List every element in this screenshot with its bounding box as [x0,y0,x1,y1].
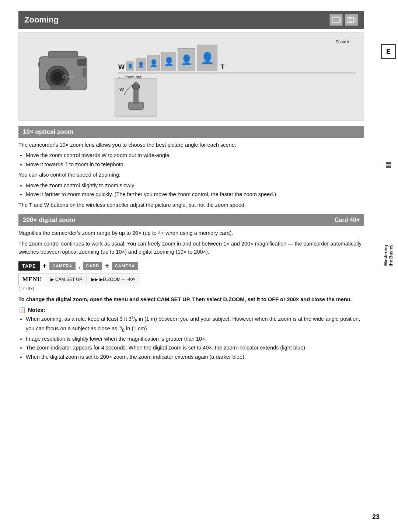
plus2: + [105,262,109,270]
section1-bullets2: Move the zoom control slightly to zoom s… [26,181,364,199]
list-item: The zoom indicator appears for 4 seconds… [26,344,364,352]
mastering-label: Mastering the Basics [383,244,394,267]
svg-text:Canon: Canon [63,75,74,79]
camcorder-icon [347,16,356,24]
menu-item-dzoom: ▶▶ ▶D.ZOOM······40× [87,275,140,284]
menu-item1-text: CAM.SET UP [55,277,82,282]
svg-rect-3 [336,18,338,21]
list-item: Move the zoom control towards W to zoom … [26,151,364,159]
menu-label: MENU [19,274,46,285]
section2-header: 200× digital zoom Card 40× [18,214,364,226]
svg-rect-13 [48,51,78,58]
section1-para1: The camcorder's 10× zoom lens allows you… [18,141,364,149]
svg-rect-12 [78,60,86,65]
t-label: T [220,63,224,71]
page-ref: ( □□ 37) [18,286,364,291]
w-label: W [118,63,125,71]
menu-arrow1: ▶ [50,277,54,282]
title-icons [329,14,358,26]
section1-para2: You can also control the speed of zoomin… [18,171,364,179]
section2-para1: Magnifies the camcorder's zoom range by … [18,229,364,237]
list-item: When zooming, as a rule, keep at least 3… [26,315,364,334]
camera-box-2: CAMERA [112,262,138,270]
title-bar: Zooming [18,11,364,29]
zoom-in-label: Zoom in [336,39,350,44]
svg-point-11 [53,72,62,82]
card-label: Card 40× [335,217,360,223]
menu-arrow2: ▶▶ [91,277,98,282]
menu-row: MENU ▶ CAM.SET UP ▶▶ ▶D.ZOOM······40× [18,274,140,285]
plus1: + [43,262,47,270]
instruction-bold: To change the digital zoom, open the men… [18,296,364,304]
section1-bullets1: Move the zoom control towards W to zoom … [26,151,364,168]
svg-point-5 [349,19,352,22]
list-item: Image resolution is slightly lower when … [26,335,364,343]
list-item: Move it farther to zoom more quickly. (T… [26,190,364,198]
section1-title: 10× optical zoom [23,128,73,136]
camera-illustration: Canon [28,38,102,104]
svg-rect-14 [50,86,70,90]
notes-list: When zooming, as a rule, keep at least 3… [26,315,364,361]
svg-rect-1 [333,18,339,22]
tape-icon-box [329,14,343,26]
svg-marker-6 [354,18,356,22]
section1-para3: The T and W buttons on the wireless cont… [18,201,364,209]
svg-text:W: W [119,87,124,92]
page-title: Zooming [24,15,59,25]
list-item: When the digital zoom is set to 200× zoo… [26,353,364,361]
menu-item2-text: ▶D.ZOOM······40× [100,277,135,282]
section2-para2: The zoom control continues to work as us… [18,240,364,256]
side-tab: E Mastering the Basics [379,0,398,532]
svg-rect-2 [334,18,336,21]
menu-container: MENU ▶ CAM.SET UP ▶▶ ▶D.ZOOM······40× ( … [18,274,364,291]
list-item: Move the zoom control slightly to zoom s… [26,181,364,189]
diagram-area: Canon Zoom in → W 👤 👤 👤 [18,32,364,121]
mastering-section: Mastering the Basics [383,162,394,267]
svg-rect-15 [83,68,86,77]
menu-item-camsetup: ▶ CAM.SET UP [46,275,87,284]
tape-icon [332,16,341,24]
page-number: 23 [372,513,380,521]
e-box: E [381,44,396,59]
notes-icon: 📋 [18,306,26,313]
notes-title: Notes: [28,307,45,313]
notes-header: 📋 Notes: [18,306,364,313]
card-box: CARD [83,262,102,270]
camera-box-1: CAMERA [49,262,75,270]
comma: , [78,262,80,270]
zoom-strip: Zoom in → W 👤 👤 👤 👤 👤 👤 T [118,39,356,79]
tape-card-row: TAPE + CAMERA , CARD + CAMERA [18,261,364,271]
zoom-control-box: W [115,78,157,117]
camera-icon-box [345,14,358,26]
svg-rect-17 [38,62,40,67]
section2-title: 200× digital zoom [23,216,75,224]
section1-header: 10× optical zoom [18,126,364,138]
list-item: Move it towards T to zoom in to telephot… [26,160,364,168]
tape-box: TAPE [18,261,40,271]
